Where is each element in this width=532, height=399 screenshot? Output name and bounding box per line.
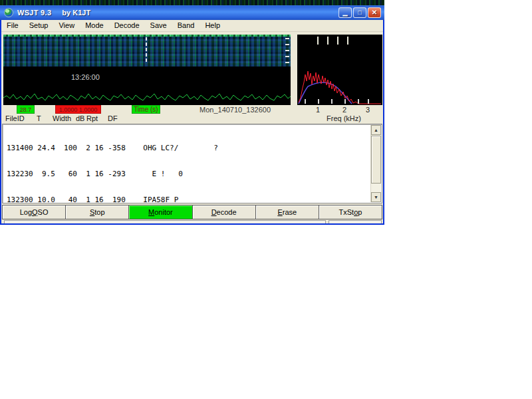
decode-row[interactable]: 132300 10.0 40 1 16 190 IPA58F P: [7, 196, 231, 204]
clipped-bottom-panel: [329, 220, 382, 225]
marker-tick: [146, 59, 147, 62]
app-globe-icon: [4, 8, 13, 17]
freq-tick: [368, 99, 369, 104]
decode-text-area[interactable]: 131400 24.4 100 2 16 -358 OHG LC?/ ? 132…: [2, 124, 382, 203]
dial-rate-values: 1.0000 1.0000: [59, 106, 98, 113]
menu-setup[interactable]: Setup: [24, 20, 54, 31]
monitor-button[interactable]: Monitor: [129, 205, 192, 219]
txstop-button[interactable]: TxStop: [319, 205, 382, 219]
header-rpt: Rpt: [86, 114, 98, 122]
time-axis-label: Time (s): [134, 106, 158, 113]
marker-tick: [146, 53, 147, 57]
header-df: DF: [108, 114, 118, 122]
label-part: SO: [38, 208, 49, 216]
scroll-down-button[interactable]: ▼: [371, 192, 381, 202]
label-part: p: [358, 208, 362, 216]
edge-tick: [285, 50, 289, 51]
spectrum-display[interactable]: [297, 35, 382, 105]
freq-tick-3: 3: [364, 106, 371, 114]
edge-tick: [285, 38, 289, 39]
log-qso-button[interactable]: Log QSO: [2, 205, 66, 219]
menubar: File Setup View Mode Decode Save Band He…: [1, 20, 383, 32]
close-button[interactable]: ✕: [368, 7, 381, 18]
decode-row[interactable]: 132230 9.5 60 1 16 -293 E ! 0: [7, 170, 231, 178]
header-db: dB: [76, 114, 84, 122]
label-key: S: [90, 208, 94, 216]
maximize-button[interactable]: □: [353, 7, 366, 18]
menu-help[interactable]: Help: [200, 20, 225, 31]
edge-tick: [285, 56, 289, 57]
scrollbar-thumb[interactable]: [371, 136, 381, 184]
menu-band[interactable]: Band: [172, 20, 200, 31]
stop-button[interactable]: Stop: [66, 205, 129, 219]
scroll-down-icon: ▼: [374, 195, 378, 200]
time-axis-indicator: Time (s): [132, 105, 160, 114]
label-key: E: [277, 208, 282, 216]
freq-tick: [305, 99, 306, 104]
marker-tick: [146, 48, 147, 51]
edge-tick: [285, 44, 289, 45]
freq-tick-1: 1: [315, 106, 321, 114]
scroll-up-icon: ▲: [374, 128, 378, 132]
label-part: top: [94, 208, 104, 216]
minimize-icon: ▁: [343, 10, 348, 16]
freq-tick-2: 2: [341, 106, 348, 114]
maximize-icon: □: [358, 10, 361, 16]
spectrum-marker-tick: [317, 37, 319, 45]
window-body: File Setup View Mode Decode Save Band He…: [0, 20, 384, 225]
decode-row[interactable]: 131400 24.4 100 2 16 -358 OHG LC?/ ?: [7, 144, 231, 152]
freq-tick: [344, 99, 346, 104]
scroll-up-button[interactable]: ▲: [371, 125, 381, 135]
spectrum-marker-tick: [337, 37, 338, 45]
freq-axis-label: Freq (kHz): [304, 114, 384, 122]
menu-decode[interactable]: Decode: [109, 20, 145, 31]
erase-button[interactable]: Erase: [256, 205, 319, 219]
label-part: rase: [283, 208, 297, 216]
label-part: ecode: [217, 208, 237, 216]
menu-view[interactable]: View: [53, 20, 80, 31]
freq-tick: [318, 99, 319, 104]
menu-save[interactable]: Save: [145, 20, 172, 31]
edge-tick: [285, 62, 289, 63]
label-part: TxSt: [339, 208, 354, 216]
label-key: D: [211, 208, 217, 216]
minimize-button[interactable]: ▁: [338, 7, 352, 18]
signal-level-indicator: 28.7: [17, 105, 35, 114]
spectrum-curves: [297, 35, 382, 105]
wsjt-main-window: WSJT 9.3 by K1JT ▁ □ ✕ File Setup View M…: [0, 5, 384, 225]
window-title: WSJT 9.3: [17, 9, 51, 17]
titlebar[interactable]: WSJT 9.3 by K1JT ▁ □ ✕: [0, 5, 384, 20]
window-byline: by K1JT: [62, 9, 90, 17]
menu-file[interactable]: File: [1, 20, 24, 31]
background-waterfall-strip: [0, 0, 384, 5]
label-part: Log: [20, 208, 32, 216]
signal-level-value: 28.7: [20, 106, 32, 113]
desktop-screen: WSJT 9.3 by K1JT ▁ □ ✕ File Setup View M…: [0, 0, 532, 399]
freq-tick: [331, 99, 332, 104]
close-icon: ✕: [372, 9, 377, 16]
label-key: M: [148, 208, 154, 216]
spectrum-marker-tick: [327, 37, 329, 45]
label-part: onitor: [154, 208, 173, 216]
waterfall-display[interactable]: 13:26:00: [3, 35, 291, 105]
decode-button[interactable]: Decode: [193, 205, 256, 219]
marker-tick: [146, 43, 147, 46]
green-signal-trace: [3, 35, 291, 105]
clipped-bottom-panel: [4, 220, 326, 225]
freq-tick: [358, 99, 359, 104]
header-width: Width: [53, 114, 71, 122]
label-key: Q: [32, 208, 38, 216]
menu-mode[interactable]: Mode: [80, 20, 109, 31]
header-t: T: [37, 114, 41, 122]
vertical-scrollbar[interactable]: ▲ ▼: [370, 125, 381, 202]
marker-tick: [146, 37, 147, 41]
header-fileid: FileID: [5, 114, 25, 122]
dial-rate-indicator: 1.0000 1.0000: [55, 105, 101, 114]
spectrum-marker-tick: [347, 37, 348, 45]
file-timestamp-label: Mon_140710_132600: [200, 106, 271, 114]
action-button-row: Log QSO Stop Monitor Decode Erase TxStop: [2, 205, 382, 219]
